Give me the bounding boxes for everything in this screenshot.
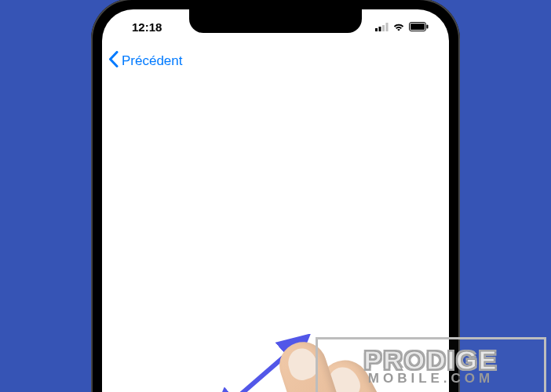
phone-frame: 12:18 <box>91 0 460 392</box>
svg-rect-5 <box>411 24 425 30</box>
status-icons <box>375 20 433 34</box>
svg-rect-3 <box>386 23 389 31</box>
back-button[interactable]: Précédent <box>108 51 183 71</box>
chevron-left-icon <box>108 51 119 71</box>
watermark-title: PRODIGE <box>364 348 498 372</box>
svg-rect-2 <box>382 25 385 31</box>
cellular-icon <box>375 20 389 34</box>
status-time: 12:18 <box>118 20 162 34</box>
watermark: PRODIGE MOBILE.COM <box>316 337 546 392</box>
wifi-icon <box>392 20 405 34</box>
svg-rect-0 <box>375 28 378 31</box>
svg-rect-1 <box>379 27 381 31</box>
svg-rect-6 <box>427 24 429 28</box>
notch <box>189 9 362 33</box>
phone-screen: 12:18 <box>102 9 449 392</box>
watermark-subtitle: MOBILE.COM <box>368 371 494 387</box>
battery-icon <box>409 20 429 34</box>
back-button-label: Précédent <box>122 53 183 69</box>
navigation-bar: Précédent <box>102 44 449 78</box>
